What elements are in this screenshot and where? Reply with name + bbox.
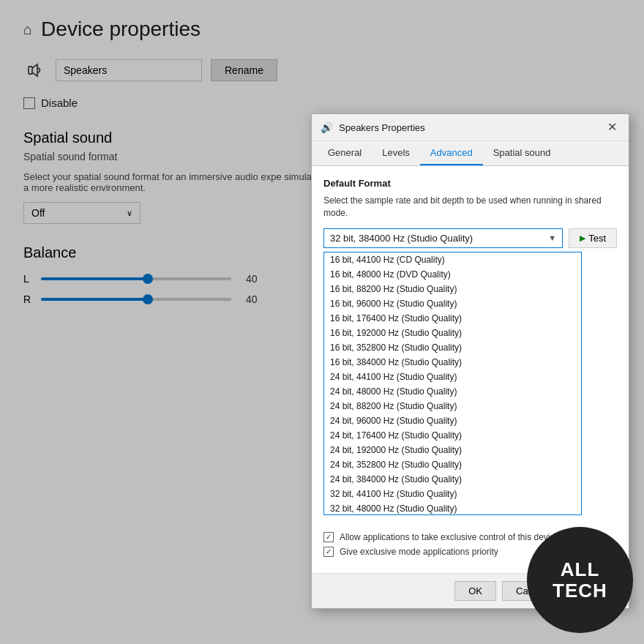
- tab-levels[interactable]: Levels: [372, 141, 420, 165]
- ok-button[interactable]: OK: [454, 581, 496, 601]
- dropdown-item[interactable]: 16 bit, 44100 Hz (CD Quality): [324, 252, 581, 267]
- format-selected-value: 32 bit, 384000 Hz (Studio Quality): [330, 233, 473, 244]
- dropdown-item[interactable]: 16 bit, 88200 Hz (Studio Quality): [324, 282, 581, 296]
- modal-body: Default Format Select the sample rate an…: [312, 166, 629, 573]
- dropdown-item[interactable]: 16 bit, 176400 Hz (Studio Quality): [324, 311, 581, 326]
- dropdown-item[interactable]: 16 bit, 96000 Hz (Studio Quality): [324, 296, 581, 311]
- dropdown-item[interactable]: 24 bit, 44100 Hz (Studio Quality): [324, 370, 581, 384]
- dropdown-item[interactable]: 24 bit, 352800 Hz (Studio Quality): [324, 457, 581, 472]
- modal-tabs: General Levels Advanced Spatial sound: [312, 141, 629, 166]
- modal-close-button[interactable]: ✕: [604, 120, 620, 135]
- exclusive-mode-checkbox-1[interactable]: [323, 532, 334, 542]
- alltech-line1: ALL: [561, 559, 600, 580]
- modal-titlebar: 🔊 Speakers Properties ✕: [312, 114, 629, 141]
- default-format-title: Default Format: [323, 178, 617, 189]
- dropdown-item[interactable]: 24 bit, 88200 Hz (Studio Quality): [324, 399, 581, 413]
- dropdown-item[interactable]: 24 bit, 192000 Hz (Studio Quality): [324, 443, 581, 457]
- dropdown-item[interactable]: 16 bit, 384000 Hz (Studio Quality): [324, 355, 581, 370]
- alltech-line2: TECH: [553, 580, 607, 602]
- dropdown-item[interactable]: 32 bit, 48000 Hz (Studio Quality): [324, 501, 581, 515]
- test-button-label: Test: [588, 233, 606, 244]
- tab-spatial-sound[interactable]: Spatial sound: [483, 141, 561, 165]
- dropdown-item[interactable]: 32 bit, 44100 Hz (Studio Quality): [324, 487, 581, 501]
- modal-title: Speakers Properties: [339, 122, 425, 133]
- format-dropdown-arrow: ▼: [548, 233, 556, 242]
- dropdown-item[interactable]: 16 bit, 352800 Hz (Studio Quality): [324, 340, 581, 355]
- format-dropdown[interactable]: 32 bit, 384000 Hz (Studio Quality) ▼: [323, 228, 563, 248]
- format-dropdown-list[interactable]: 16 bit, 44100 Hz (CD Quality) 16 bit, 48…: [323, 252, 582, 515]
- dropdown-item[interactable]: 24 bit, 96000 Hz (Studio Quality): [324, 413, 581, 428]
- tab-general[interactable]: General: [318, 141, 372, 165]
- alltech-badge: ALL TECH: [527, 527, 633, 633]
- format-selector-row: 32 bit, 384000 Hz (Studio Quality) ▼ ▶ T…: [323, 228, 617, 248]
- dropdown-item[interactable]: 16 bit, 192000 Hz (Studio Quality): [324, 326, 581, 340]
- dropdown-item[interactable]: 24 bit, 176400 Hz (Studio Quality): [324, 428, 581, 443]
- exclusive-mode-label-1: Allow applications to take exclusive con…: [340, 532, 559, 542]
- test-button[interactable]: ▶ Test: [569, 228, 617, 248]
- dropdown-item[interactable]: 16 bit, 48000 Hz (DVD Quality): [324, 267, 581, 282]
- exclusive-mode-checkbox-2[interactable]: [323, 547, 334, 557]
- dropdown-item[interactable]: 24 bit, 384000 Hz (Studio Quality): [324, 472, 581, 487]
- play-icon: ▶: [580, 233, 585, 243]
- exclusive-mode-label-2: Give exclusive mode applications priorit…: [340, 547, 498, 557]
- default-format-desc: Select the sample rate and bit depth to …: [323, 195, 617, 220]
- dropdown-item[interactable]: 24 bit, 48000 Hz (Studio Quality): [324, 384, 581, 399]
- modal-speaker-icon: 🔊: [321, 121, 333, 133]
- tab-advanced[interactable]: Advanced: [420, 141, 483, 165]
